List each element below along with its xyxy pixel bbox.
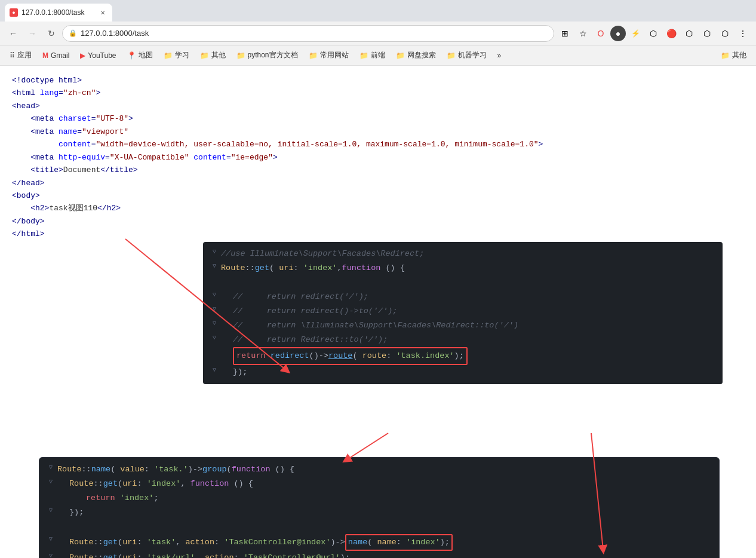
source-line-9: </head> [12, 177, 744, 189]
bottom-line-7: ▽ Route::get(uri: 'task/url', action: 'T… [39, 551, 719, 558]
source-line-6: content="width=device-width, user-scalab… [12, 138, 744, 151]
bottom-fold-2: ▽ [49, 477, 57, 488]
extension-3[interactable]: 🔴 [663, 25, 680, 42]
fold-arrow-2: ▽ [213, 261, 221, 272]
bottom-line-1: ▽ Route::name( value: 'task.')->group(fu… [39, 462, 719, 477]
common-label: 常用网站 [320, 50, 349, 60]
source-line-5: <meta name="viewport" [12, 125, 744, 138]
code-line-comment: ▽ //use Illuminate\Support\Facades\Redir… [203, 247, 723, 261]
code-line-comment2: ▽ // return redirect()->to('/'); [203, 304, 723, 318]
back-button[interactable]: ← [5, 25, 21, 42]
url-text: 127.0.0.1:8000/task [81, 29, 548, 38]
bookmark-frontend[interactable]: 📁 前端 [355, 48, 390, 63]
source-line-3: <head> [12, 100, 744, 112]
nav-bar: ← → ↻ 🔒 127.0.0.1:8000/task ⊞ ☆ O ● ⚡ ⬡ … [0, 22, 756, 45]
other2-icon: 📁 [721, 51, 730, 60]
bottom-fold-6: ▽ [49, 534, 57, 545]
code-line-route-get: ▽ Route::get( uri: 'index',function () { [203, 261, 723, 275]
fold-arrow-6: ▽ [213, 333, 221, 344]
ml-label: 机器学习 [458, 50, 487, 60]
bookmark-netdisk[interactable]: 📁 网盘搜索 [391, 48, 441, 63]
maps-icon: 📍 [127, 51, 136, 60]
bottom-fold-4: ▽ [49, 505, 57, 516]
translate-icon[interactable]: ⊞ [557, 25, 573, 42]
browser-frame: ● 127.0.0.1:8000/task ✕ ← → ↻ 🔒 127.0.0.… [0, 0, 756, 558]
source-line-2: <html lang="zh-cn"> [12, 87, 744, 99]
study-label: 学习 [175, 50, 189, 60]
bookmark-study[interactable]: 📁 学习 [159, 48, 194, 63]
gmail-label: Gmail [51, 51, 69, 60]
bottom-line-6: ▽ Route::get(uri: 'task', action: 'TaskC… [39, 534, 719, 551]
study-icon: 📁 [164, 51, 173, 60]
frontend-label: 前端 [371, 50, 385, 60]
source-line-7: <meta http-equiv="X-UA-Compatible" conte… [12, 151, 744, 164]
code-line-comment4: ▽ // return Redirect::to('/'); [203, 333, 723, 347]
source-line-4: <meta charset="UTF-8"> [12, 112, 744, 125]
extension-1[interactable]: ⚡ [627, 25, 644, 42]
page-content: <!doctype html> <html lang="zh-cn"> <hea… [0, 66, 756, 558]
fold-arrow: ▽ [213, 247, 221, 257]
bookmark-gmail[interactable]: M Gmail [38, 49, 74, 62]
opera-icon[interactable]: O [592, 25, 609, 42]
youtube-icon: ▶ [80, 51, 85, 60]
forward-button[interactable]: → [24, 25, 41, 42]
bottom-line-3: return 'index'; [39, 491, 719, 505]
other2-label: 其他 [732, 50, 746, 60]
common-icon: 📁 [309, 51, 318, 60]
source-line-13: </html> [12, 228, 744, 240]
fold-arrow-3: ▽ [213, 290, 221, 301]
bookmark-other2[interactable]: 📁 其他 [716, 48, 751, 63]
bottom-fold-7: ▽ [49, 551, 57, 558]
nav-right-icons: ⊞ ☆ O ● ⚡ ⬡ 🔴 ⬡ ⬡ ⬡ ⋮ [557, 25, 751, 42]
netdisk-icon: 📁 [396, 51, 405, 60]
bookmark-apps[interactable]: ⠿ 应用 [5, 48, 36, 63]
bookmark-ml[interactable]: 📁 机器学习 [442, 48, 491, 63]
ml-icon: 📁 [447, 51, 456, 60]
code-line-empty [203, 275, 723, 290]
extension-5[interactable]: ⬡ [699, 25, 715, 42]
source-line-1: <!doctype html> [12, 74, 744, 87]
bookmark-common[interactable]: 📁 常用网站 [304, 48, 354, 63]
extension-4[interactable]: ⬡ [681, 25, 697, 42]
bottom-line-4: ▽ }); [39, 505, 719, 520]
tab-title: 127.0.0.1:8000/task [21, 8, 94, 17]
python-label: python官方文档 [248, 50, 298, 60]
frontend-icon: 📁 [359, 51, 368, 60]
apps-icon: ⠿ [10, 51, 15, 60]
reload-button[interactable]: ↻ [43, 25, 60, 42]
python-icon: 📁 [236, 51, 245, 60]
code-line-close: ▽ }); [203, 365, 723, 379]
profile-icon[interactable]: ● [610, 26, 626, 41]
bookmarks-bar: ⠿ 应用 M Gmail ▶ YouTube 📍 地图 📁 学习 📁 其他 📁 … [0, 45, 756, 66]
fold-arrow-5: ▽ [213, 318, 221, 329]
gmail-icon: M [42, 51, 48, 60]
active-tab[interactable]: ● 127.0.0.1:8000/task ✕ [5, 4, 112, 22]
tab-bar: ● 127.0.0.1:8000/task ✕ [0, 0, 756, 22]
bookmark-other1[interactable]: 📁 其他 [195, 48, 231, 63]
source-line-11: <h2>task视图110</h2> [12, 202, 744, 214]
other1-icon: 📁 [200, 51, 209, 60]
bookmark-icon[interactable]: ☆ [574, 25, 591, 42]
bookmark-python[interactable]: 📁 python官方文档 [232, 48, 303, 63]
extension-6[interactable]: ⬡ [717, 25, 733, 42]
code-line-highlighted: return redirect()->route( route: 'task.i… [203, 347, 723, 365]
maps-label: 地图 [139, 50, 153, 60]
code-line-comment1: ▽ // return redirect('/'); [203, 290, 723, 304]
bookmark-youtube[interactable]: ▶ YouTube [75, 49, 121, 62]
source-view: <!doctype html> <html lang="zh-cn"> <hea… [0, 66, 756, 249]
lock-icon: 🔒 [69, 29, 77, 37]
menu-button[interactable]: ⋮ [735, 25, 751, 42]
bottom-line-2: ▽ Route::get(uri: 'index', function () { [39, 477, 719, 491]
code-line-comment3: ▽ // return \Illuminate\Support\Facades\… [203, 318, 723, 333]
bookmark-maps[interactable]: 📍 地图 [122, 48, 158, 63]
tab-favicon: ● [10, 8, 18, 17]
bookmark-more[interactable]: » [493, 49, 506, 62]
fold-arrow-4: ▽ [213, 304, 221, 315]
tab-close-button[interactable]: ✕ [98, 8, 107, 17]
source-line-8: <title>Document</title> [12, 164, 744, 176]
bottom-line-5 [39, 520, 719, 534]
address-bar[interactable]: 🔒 127.0.0.1:8000/task [62, 25, 554, 42]
apps-label: 应用 [17, 50, 32, 60]
more-label: » [497, 51, 502, 60]
extension-2[interactable]: ⬡ [645, 25, 662, 42]
